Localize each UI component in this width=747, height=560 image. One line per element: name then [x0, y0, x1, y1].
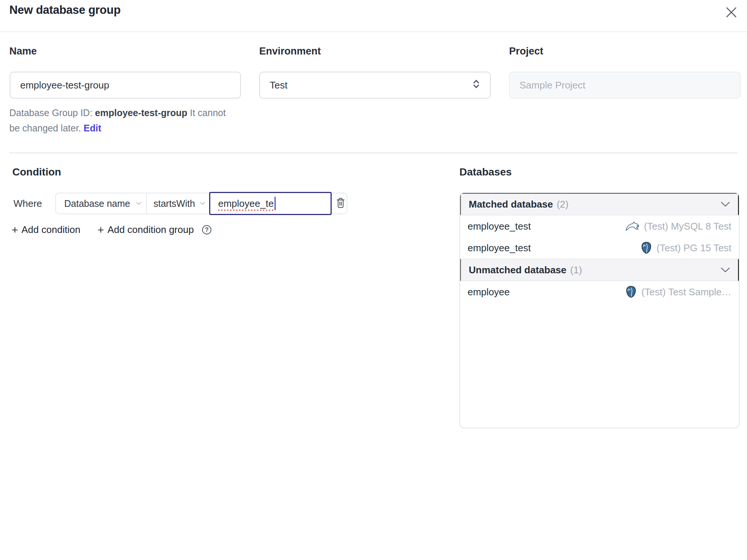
condition-value-text: employee_te — [218, 198, 274, 209]
delete-condition-button[interactable] — [333, 196, 348, 211]
database-name: employee_test — [468, 221, 531, 232]
condition-value-input[interactable]: employee_te — [209, 192, 332, 215]
database-row: employee (Test) Test Sample… — [460, 281, 739, 303]
postgresql-icon — [625, 286, 637, 298]
chevron-down-icon — [720, 202, 730, 207]
project-input: Sample Project — [509, 72, 741, 99]
environment-label: Environment — [259, 46, 321, 57]
database-row: employee_test (Test) MySQL 8 Test — [460, 215, 739, 237]
section-divider — [9, 152, 738, 153]
name-label: Name — [9, 46, 37, 57]
help-icon[interactable]: ? — [202, 225, 211, 234]
condition-heading: Condition — [12, 166, 61, 178]
header-divider — [0, 31, 747, 32]
instance-label: (Test) PG 15 Test — [657, 242, 731, 254]
name-input[interactable]: employee-test-group — [10, 72, 241, 99]
instance-label: (Test) MySQL 8 Test — [644, 221, 731, 232]
databases-heading: Databases — [459, 166, 512, 178]
database-name: employee — [468, 286, 510, 298]
unmatched-database-header[interactable]: Unmatched database (1) — [460, 259, 739, 281]
group-id-value: employee-test-group — [95, 108, 187, 118]
condition-operator-dropdown[interactable]: startsWith — [147, 193, 210, 214]
chevron-down-icon — [200, 202, 205, 205]
unmatched-database-title: Unmatched database — [469, 264, 567, 276]
group-id-prefix: Database Group ID: — [9, 108, 95, 118]
condition-operator-value: startsWith — [154, 198, 195, 209]
text-caret — [275, 197, 276, 210]
where-label: Where — [13, 193, 42, 214]
instance-info: (Test) MySQL 8 Test — [625, 221, 731, 232]
environment-select[interactable]: Test — [259, 72, 491, 99]
dialog-title: New database group — [9, 3, 121, 17]
add-condition-label: Add condition — [22, 224, 81, 236]
add-condition-button[interactable]: + Add condition — [12, 224, 80, 236]
instance-info: (Test) Test Sample… — [625, 286, 731, 298]
database-row: employee_test (Test) PG 15 Test — [460, 237, 739, 259]
databases-panel: Matched database (2) employee_test (Test… — [459, 192, 740, 428]
project-label: Project — [509, 46, 543, 57]
mysql-icon — [625, 221, 639, 231]
instance-label: (Test) Test Sample… — [641, 286, 731, 298]
matched-database-header[interactable]: Matched database (2) — [460, 193, 739, 215]
instance-info: (Test) PG 15 Test — [641, 242, 731, 254]
name-input-value: employee-test-group — [20, 80, 109, 91]
add-condition-group-label: Add condition group — [108, 224, 194, 236]
close-icon — [725, 6, 738, 20]
plus-icon: + — [97, 224, 104, 236]
condition-factor-value: Database name — [64, 198, 130, 209]
add-condition-group-button[interactable]: + Add condition group — [97, 224, 194, 236]
condition-actions: + Add condition + Add condition group ? — [12, 224, 211, 236]
select-stepper-icon — [472, 79, 480, 92]
chevron-down-icon — [136, 202, 142, 205]
postgresql-icon — [641, 242, 652, 254]
edit-link[interactable]: Edit — [84, 123, 101, 133]
database-name: employee_test — [468, 242, 531, 254]
matched-database-title: Matched database — [469, 199, 553, 210]
database-group-id-note: Database Group ID: employee-test-group I… — [9, 105, 238, 136]
unmatched-database-count: (1) — [570, 264, 582, 276]
matched-database-count: (2) — [557, 199, 568, 210]
chevron-down-icon — [720, 267, 730, 273]
condition-factor-dropdown[interactable]: Database name — [56, 193, 147, 214]
environment-select-value: Test — [270, 80, 288, 91]
trash-icon — [335, 197, 346, 210]
close-button[interactable] — [724, 5, 739, 20]
plus-icon: + — [12, 224, 18, 236]
project-input-value: Sample Project — [520, 80, 585, 91]
